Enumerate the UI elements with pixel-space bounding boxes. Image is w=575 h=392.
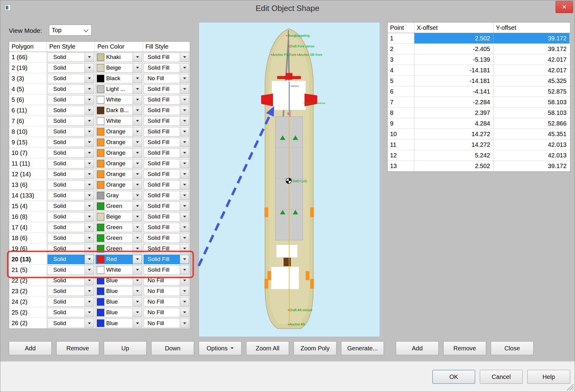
dropdown-button[interactable] <box>85 287 94 296</box>
fill-style-combo[interactable]: Solid Fill <box>144 148 189 158</box>
dropdown-button[interactable] <box>180 287 189 296</box>
ok-button[interactable]: OK <box>432 370 475 384</box>
dropdown-button[interactable] <box>133 74 142 83</box>
fill-style-combo[interactable]: Solid Fill <box>144 127 189 136</box>
pen-color-combo[interactable]: White <box>96 95 142 105</box>
dropdown-button[interactable] <box>85 319 94 328</box>
dropdown-button[interactable] <box>133 127 142 136</box>
pen-color-combo[interactable]: Orange <box>96 180 142 190</box>
dropdown-button[interactable] <box>180 95 189 104</box>
dropdown-button[interactable] <box>180 308 189 317</box>
dropdown-button[interactable] <box>85 117 94 126</box>
pen-color-combo[interactable]: Beige <box>96 212 142 222</box>
point-row[interactable]: 1014.27245.351 <box>388 129 570 139</box>
dropdown-button[interactable] <box>133 266 142 274</box>
polygon-row[interactable]: 13 (6)SolidOrangeSolid Fill <box>9 180 190 190</box>
fill-style-combo[interactable]: Solid Fill <box>144 159 189 168</box>
dropdown-button[interactable] <box>133 255 142 264</box>
point-row[interactable]: 132.50239.172 <box>388 161 570 171</box>
add-point-button[interactable]: Add <box>396 341 439 355</box>
pen-color-combo[interactable]: Blue <box>96 276 142 285</box>
polygon-row[interactable]: 23 (2)SolidBlueNo Fill <box>9 286 190 297</box>
add-polygon-button[interactable]: Add <box>9 341 52 355</box>
point-row[interactable]: 12.50239.172 <box>388 33 570 44</box>
point-row[interactable]: 4-14.18142.017 <box>388 65 570 76</box>
dropdown-button[interactable] <box>85 95 94 104</box>
fill-style-combo[interactable]: Solid Fill <box>144 180 189 190</box>
pen-color-combo[interactable]: Orange <box>96 159 142 168</box>
dropdown-button[interactable] <box>180 138 189 147</box>
dropdown-button[interactable] <box>180 85 189 94</box>
pen-color-combo[interactable]: Orange <box>96 138 142 147</box>
dropdown-button[interactable] <box>85 276 94 285</box>
fill-style-combo[interactable]: Solid Fill <box>144 223 189 232</box>
fill-style-combo[interactable]: Solid Fill <box>144 255 189 264</box>
polygon-row[interactable]: 4 (5)SolidLight ...Solid Fill <box>9 84 190 95</box>
dropdown-button[interactable] <box>180 117 189 126</box>
close-button[interactable]: ✕ <box>556 1 573 13</box>
polygon-row[interactable]: 9 (15)SolidOrangeSolid Fill <box>9 137 190 148</box>
dropdown-button[interactable] <box>180 297 189 306</box>
dropdown-button[interactable] <box>85 53 94 62</box>
polygon-row[interactable]: 17 (4)SolidGreenSolid Fill <box>9 222 190 233</box>
fill-style-combo[interactable]: No Fill <box>144 318 189 328</box>
help-button[interactable]: Help <box>527 370 570 384</box>
point-row[interactable]: 82.39758.103 <box>388 108 570 118</box>
pen-color-combo[interactable]: Blue <box>96 318 142 328</box>
fill-style-combo[interactable]: No Fill <box>144 308 189 317</box>
dropdown-button[interactable] <box>85 223 94 232</box>
fill-style-combo[interactable]: Solid Fill <box>144 244 189 253</box>
dropdown-button[interactable] <box>133 308 142 317</box>
dropdown-button[interactable] <box>133 223 142 232</box>
dropdown-button[interactable] <box>133 138 142 147</box>
polygon-row[interactable]: 8 (10)SolidOrangeSolid Fill <box>9 126 190 137</box>
dropdown-button[interactable] <box>133 159 142 168</box>
pen-style-combo[interactable]: Solid <box>47 127 94 136</box>
dropdown-button[interactable] <box>85 191 94 200</box>
pen-color-combo[interactable]: Light ... <box>96 84 142 94</box>
dropdown-button[interactable] <box>180 74 189 83</box>
polygon-row[interactable]: 5 (6)SolidWhiteSolid Fill <box>9 95 190 105</box>
dropdown-button[interactable] <box>133 53 142 62</box>
dropdown-button[interactable] <box>180 53 189 62</box>
pen-color-combo[interactable]: Khaki <box>96 53 142 62</box>
dropdown-button[interactable] <box>133 276 142 285</box>
pen-style-combo[interactable]: Solid <box>47 318 94 328</box>
pen-color-combo[interactable]: Blue <box>96 287 142 296</box>
fill-style-combo[interactable]: No Fill <box>144 287 189 296</box>
point-row[interactable]: 1114.27242.013 <box>388 139 570 150</box>
dropdown-button[interactable] <box>180 244 189 253</box>
pen-style-combo[interactable]: Solid <box>47 212 94 222</box>
pen-color-combo[interactable]: Blue <box>96 308 142 317</box>
pen-style-combo[interactable]: Solid <box>47 180 94 190</box>
close-button-toolbar[interactable]: Close <box>491 341 534 355</box>
shape-preview-panel[interactable]: +Boegkoppeling+Draft Fore senso+Anchor P… <box>199 22 380 337</box>
polygon-row[interactable]: 6 (11)SolidDark B...Solid Fill <box>9 105 190 116</box>
dropdown-button[interactable] <box>85 138 94 147</box>
options-button[interactable]: Options <box>199 341 242 355</box>
polygon-row[interactable]: 2 (19)SolidBeigeSolid Fill <box>9 63 190 73</box>
pen-style-combo[interactable]: Solid <box>47 106 94 115</box>
polygon-row[interactable]: 3 (3)SolidBlackNo Fill <box>9 73 190 84</box>
dropdown-button[interactable] <box>85 244 94 253</box>
dropdown-button[interactable] <box>180 64 189 72</box>
dropdown-button[interactable] <box>85 308 94 317</box>
pen-style-combo[interactable]: Solid <box>47 170 94 179</box>
point-row[interactable]: 94.28452.866 <box>388 118 570 129</box>
dropdown-button[interactable] <box>85 127 94 136</box>
dropdown-button[interactable] <box>133 106 142 115</box>
dropdown-button[interactable] <box>133 319 142 328</box>
pen-style-combo[interactable]: Solid <box>47 276 94 285</box>
polygon-row[interactable]: 18 (6)SolidGreenSolid Fill <box>9 233 190 243</box>
pen-color-combo[interactable]: Orange <box>96 170 142 179</box>
pen-style-combo[interactable]: Solid <box>47 148 94 158</box>
dropdown-button[interactable] <box>85 181 94 189</box>
pen-color-combo[interactable]: Beige <box>96 63 142 73</box>
pen-color-combo[interactable]: Green <box>96 223 142 232</box>
dropdown-button[interactable] <box>85 234 94 242</box>
point-row[interactable]: 7-2.28458.103 <box>388 97 570 108</box>
dropdown-button[interactable] <box>180 127 189 136</box>
polygon-row[interactable]: 20 (13)SolidRedSolid Fill <box>9 254 190 265</box>
up-button[interactable]: Up <box>104 341 147 355</box>
fill-style-combo[interactable]: Solid Fill <box>144 63 189 73</box>
